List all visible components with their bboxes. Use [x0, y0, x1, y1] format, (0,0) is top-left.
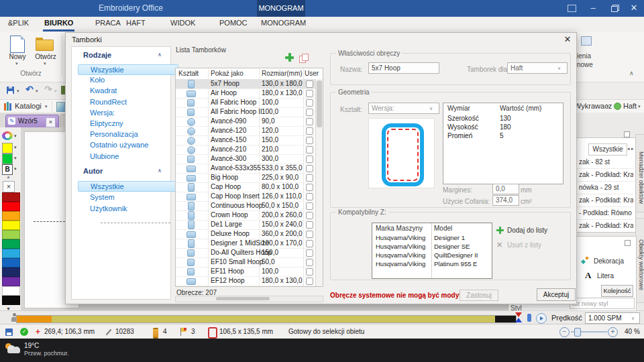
- horizontal-scrollbar[interactable]: [175, 296, 323, 302]
- stroke-color-swatch[interactable]: [2, 154, 13, 164]
- taskbar-temperature[interactable]: 19°C: [24, 342, 39, 349]
- fill-color-swatch[interactable]: [2, 143, 13, 154]
- minimize-button[interactable]: –: [586, 2, 600, 14]
- column-ksztalt[interactable]: Kształt: [178, 70, 199, 77]
- thread-color-swatch[interactable]: [2, 211, 20, 221]
- hoop-row[interactable]: EF10 Small Hoop50,0: [176, 257, 315, 267]
- user-checkbox[interactable]: [306, 193, 313, 200]
- nav-item-system[interactable]: System: [90, 192, 165, 202]
- user-checkbox[interactable]: [306, 90, 313, 97]
- thread-color-swatch[interactable]: [2, 267, 20, 277]
- thread-color-swatch[interactable]: [2, 249, 20, 258]
- save-status-icon[interactable]: [5, 328, 13, 336]
- hoop-row[interactable]: Cap Hoop Insert126,0 x 110,0: [176, 192, 315, 202]
- user-checkbox[interactable]: [306, 249, 313, 257]
- hoop-row[interactable]: 5x7 Hoop130,0 x 180,0: [176, 79, 315, 89]
- user-checkbox[interactable]: [306, 127, 313, 135]
- new-button[interactable]: Nowy: [3, 53, 32, 60]
- chevron-down-icon[interactable]: ▾: [36, 88, 38, 94]
- nav-item-kwadrat[interactable]: Kwadrat: [90, 86, 165, 95]
- chevron-up-icon[interactable]: ∧: [158, 168, 162, 174]
- column-pokaz-jako[interactable]: Pokaż jako: [211, 70, 244, 77]
- remove-from-list-button[interactable]: Usuń z listy: [507, 241, 541, 249]
- add-to-list-button[interactable]: Dodaj do listy: [507, 227, 547, 234]
- nav-item-personalizacja[interactable]: Personalizacja: [90, 129, 165, 139]
- user-checkbox[interactable]: [306, 80, 313, 88]
- hoop-row[interactable]: Designer 1 MidSize100,0 x 170,0: [176, 239, 315, 249]
- thread-color-swatch[interactable]: [2, 277, 20, 286]
- user-checkbox[interactable]: [306, 146, 313, 154]
- name-field[interactable]: 5x7 Hoop: [368, 62, 439, 74]
- haft-button[interactable]: Haft: [623, 102, 637, 110]
- user-checkbox[interactable]: [306, 156, 313, 163]
- column-user[interactable]: User: [305, 70, 319, 77]
- chevron-down-icon[interactable]: ▾: [17, 88, 19, 94]
- add-hoop-icon[interactable]: [285, 53, 294, 62]
- objects-tab[interactable]: Wszystkie: [588, 143, 627, 156]
- hoop-row[interactable]: EF12 Hoop180,0 x 130,0: [176, 276, 315, 286]
- nav-section-header[interactable]: Rodzaje∧: [72, 51, 169, 61]
- nav-section-header[interactable]: Autor∧: [72, 167, 169, 177]
- hoop-row[interactable]: Crown Hoop200,0 x 260,0: [176, 210, 315, 221]
- chevron-down-icon[interactable]: ▾: [44, 61, 46, 66]
- chevron-up-icon[interactable]: ∧: [158, 52, 162, 58]
- add-to-list-icon[interactable]: [496, 227, 504, 234]
- menu-item-praca[interactable]: PRACA: [94, 17, 122, 29]
- tab-next-icon[interactable]: ▸: [631, 146, 634, 152]
- thread-color-swatch[interactable]: [2, 258, 20, 267]
- user-checkbox[interactable]: [306, 184, 313, 191]
- thread-color-swatch[interactable]: [2, 192, 20, 202]
- nav-item-ostatniouywane[interactable]: Ostatnio używane: [90, 140, 165, 149]
- apply-button[interactable]: Zastosuj: [460, 290, 498, 301]
- chevron-down-icon[interactable]: ▾: [45, 104, 48, 109]
- thread-color-swatch[interactable]: [2, 286, 20, 296]
- object-list-item[interactable]: zak - Podkład: Kra: [577, 194, 633, 207]
- object-list-item[interactable]: zak - Podkład: Kra: [577, 220, 633, 231]
- order-button[interactable]: Kolejność: [601, 285, 633, 297]
- user-checkbox[interactable]: [306, 99, 313, 107]
- redo-icon[interactable]: ↷: [44, 84, 52, 95]
- object-list-item[interactable]: zak - 82 st: [577, 156, 633, 169]
- thread-color-swatch[interactable]: [2, 239, 20, 249]
- hoop-row[interactable]: Avancé-210210,0: [176, 145, 315, 155]
- dialog-close-icon[interactable]: ✕: [562, 34, 573, 45]
- letter-button[interactable]: Litera: [597, 272, 614, 280]
- chevron-down-icon[interactable]: ▾: [606, 104, 609, 109]
- stitch-progress-bar[interactable]: [16, 315, 517, 323]
- progress-marker-icon[interactable]: [515, 312, 522, 322]
- hoop-row[interactable]: Avancé-300300,0: [176, 154, 315, 164]
- hoop-row[interactable]: Avancé-533x355533,0 x 355,0: [176, 164, 315, 174]
- user-checkbox[interactable]: [306, 212, 313, 219]
- scroll-up-icon[interactable]: ▲: [6, 174, 11, 179]
- hoop-row[interactable]: Continuous Hoop50,0 x 150,0: [176, 201, 315, 211]
- thread-color-swatch[interactable]: [2, 230, 20, 239]
- object-list-item[interactable]: zak - Podkład: Kra: [577, 169, 633, 182]
- nav-item-wszystkie[interactable]: Wszystkie: [78, 181, 178, 192]
- save-icon[interactable]: [7, 86, 14, 94]
- create-design-icon[interactable]: [56, 102, 65, 112]
- nav-item-uytkownik[interactable]: Użytkownik: [90, 204, 165, 213]
- thread-color-swatch[interactable]: [2, 296, 20, 305]
- katalogi-button[interactable]: Katalogi: [15, 102, 42, 110]
- margin-field[interactable]: 0,0: [492, 184, 519, 194]
- chevron-down-icon[interactable]: ▾: [15, 61, 18, 66]
- nav-item-roundrect[interactable]: RoundRect: [90, 97, 165, 107]
- restore-button[interactable]: [608, 2, 621, 14]
- hoop-row[interactable]: Avancé-09090,0: [176, 117, 315, 127]
- menu-item-haft[interactable]: HAFT: [125, 17, 147, 29]
- hoop-row[interactable]: All Fabric Hoop II100,0: [176, 107, 315, 117]
- chevron-down-icon[interactable]: ▾: [14, 156, 17, 161]
- object-list-item[interactable]: nówka - 29 st: [577, 182, 633, 194]
- hoop-table-scrollbar[interactable]: [315, 79, 323, 286]
- close-button[interactable]: ✕: [627, 2, 641, 14]
- column-rozmiar[interactable]: Rozmiar(mm): [262, 70, 303, 77]
- hoop-row[interactable]: Do-All Quilters Hoop150,0: [176, 248, 315, 258]
- menu-item-monogram[interactable]: MONOGRAM: [260, 17, 307, 29]
- menu-item-plik[interactable]: &PLIK: [7, 17, 30, 29]
- nav-item-koo[interactable]: Koło: [90, 75, 165, 84]
- thread-color-swatch[interactable]: [2, 202, 20, 211]
- user-checkbox[interactable]: [306, 221, 313, 229]
- decoration-button[interactable]: Dekoracja: [594, 257, 624, 265]
- bold-style-button[interactable]: B: [2, 164, 13, 175]
- user-checkbox[interactable]: [306, 231, 313, 238]
